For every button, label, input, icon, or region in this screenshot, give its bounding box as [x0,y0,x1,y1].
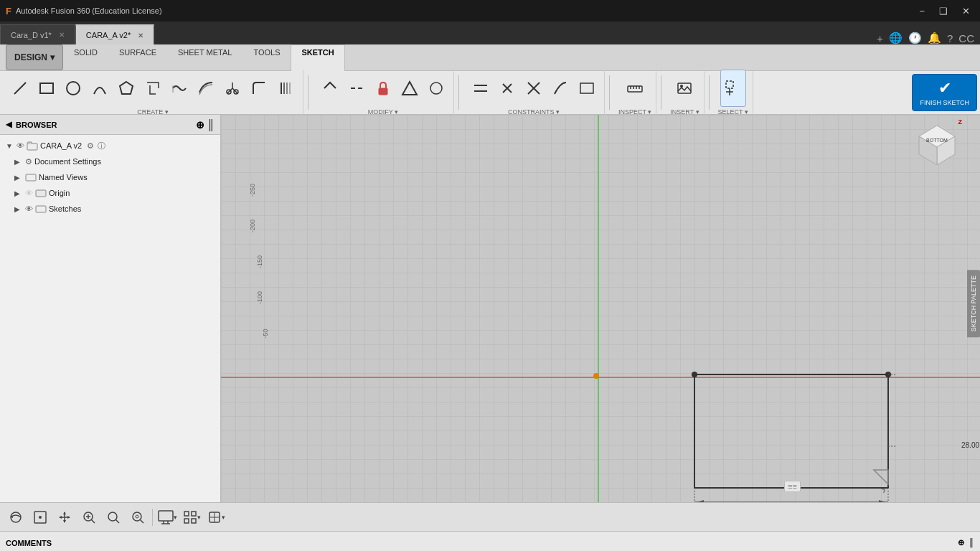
tree-item-root[interactable]: ▼ 👁 CARA_A v2 ⚙ ⓘ [0,138,220,154]
circle-icon [65,80,82,97]
tab-globe-icon[interactable]: 🌐 [889,32,903,44]
line-tool[interactable] [7,70,33,107]
viewcube-settings-tool[interactable]: ▾ [206,507,226,527]
finish-sketch-label: FINISH SKETCH [920,99,969,106]
tab-solid[interactable]: SOLID [63,44,108,71]
tab-tools[interactable]: TOOLS [242,44,291,71]
mirror-tool[interactable] [273,70,298,107]
parallel-tool[interactable] [468,70,494,107]
view-cube-svg: BOTTOM [915,122,958,165]
insert-image-icon [676,80,693,97]
fillet-tool[interactable] [246,70,272,107]
look-at-tool[interactable] [30,507,50,527]
z-axis-label: Z [958,118,963,126]
view-cube[interactable]: BOTTOM Z [915,122,958,165]
spline-tool[interactable] [166,70,192,107]
polygon-tool[interactable] [113,70,139,107]
insert-image-tool[interactable] [672,70,697,107]
tab-bell-icon[interactable]: 🔔 [928,32,941,44]
svg-marker-3 [120,82,133,94]
tree-item-origin[interactable]: ▶ 👁 Origin [0,185,220,201]
restore-btn[interactable]: ❑ [935,4,952,18]
pan-tool[interactable] [55,507,75,527]
visibility-icon-sketches[interactable]: 👁 [25,204,33,213]
origin-icon [35,187,47,199]
tree-label-doc-settings: Document Settings [34,157,101,166]
comments-collapse-icon[interactable]: ║ [969,538,974,547]
browser-add-icon[interactable]: ⊕ [196,119,204,131]
select-tool[interactable] [720,70,746,107]
svg-point-32 [680,85,683,88]
design-dropdown[interactable]: DESIGN ▾ [6,44,63,70]
svg-line-8 [232,88,237,93]
tab-cara-a[interactable]: CARA_A v2* ✕ [75,24,154,44]
tree-settings-icon[interactable]: ⚙ [87,141,94,151]
offset-tool[interactable] [193,70,219,107]
tab-close-icon[interactable]: ✕ [138,32,143,39]
tab-surface[interactable]: SURFACE [108,44,167,71]
tangent-tool[interactable] [547,70,573,107]
visibility-icon-doc[interactable]: ⚙ [25,157,32,166]
circle-tool[interactable] [60,70,86,107]
perpendicular-icon [499,80,516,97]
offset-icon [197,80,215,97]
zoom-window-icon [131,510,145,524]
perpendicular-tool[interactable] [494,70,520,107]
tab-label: Cara_D v1* [11,31,52,39]
finish-sketch-check-icon: ✔ [938,79,951,98]
finish-sketch-btn[interactable]: ✔ FINISH SKETCH [912,74,977,111]
tab-help-icon[interactable]: ? [947,32,953,44]
sketch-drawing [594,330,895,502]
visibility-icon-origin[interactable]: 👁 [25,189,33,197]
browser-collapse-icon[interactable]: ║ [207,119,215,131]
tab-sketch[interactable]: SKETCH [291,44,344,71]
grid-settings-tool[interactable]: ▾ [182,507,202,527]
titlebar: F Autodesk Fusion 360 (Education License… [0,0,980,22]
tree-item-doc-settings[interactable]: ▶ ⚙ Document Settings [0,154,220,169]
measure-tool[interactable] [622,70,648,107]
fit-tool[interactable] [103,507,123,527]
arc-tool[interactable] [87,70,113,107]
tree-arrow-doc: ▶ [14,158,23,166]
construction-line-tool[interactable] [423,70,449,107]
triangle-tool[interactable] [397,70,423,107]
sep5 [709,75,710,110]
zoom-window-tool[interactable] [128,507,148,527]
trim-tool[interactable] [220,70,245,107]
extend-tool[interactable] [317,70,343,107]
close-btn[interactable]: ✕ [958,4,974,18]
equal-tool[interactable] [574,70,600,107]
coincident-tool[interactable] [521,70,547,107]
svg-rect-77 [159,511,173,521]
sketch-palette-btn[interactable]: SKETCH PALETTE [967,270,980,337]
orbit-icon [9,510,23,524]
comments-add-icon[interactable]: ⊕ [958,538,964,547]
tab-sheet-metal[interactable]: SHEET METAL [167,44,242,71]
tab-clock-icon[interactable]: 🕐 [908,32,922,44]
tree-info-icon[interactable]: ⓘ [98,141,105,151]
tree-item-named-views[interactable]: ▶ Named Views [0,169,220,185]
zoom-in-tool[interactable] [79,507,99,527]
svg-rect-37 [26,174,36,181]
lock-tool[interactable] [370,70,396,107]
break-tool[interactable] [344,70,369,107]
browser-arrow-icon[interactable]: ◀ [6,120,11,129]
orbit-tool[interactable] [6,507,26,527]
comments-bar: COMMENTS ⊕ ║ [0,531,980,551]
visibility-icon-root[interactable]: 👁 [17,141,24,150]
new-tab-btn[interactable]: + [877,32,883,44]
main-toolbar: CREATE ▾ [0,71,980,114]
look-at-icon [33,510,47,524]
canvas-area[interactable]: -50 -100 -150 -200 -250 [221,115,980,502]
tab-cara-d[interactable]: Cara_D v1* ✕ [0,24,75,44]
rectangle-tool[interactable] [34,70,60,107]
app-title: Autodesk Fusion 360 (Education License) [16,6,162,15]
svg-rect-39 [36,206,46,212]
tree-label-named-views: Named Views [39,173,88,182]
tab-account-icon[interactable]: CC [958,32,974,44]
display-settings-tool[interactable]: ▾ [157,507,177,527]
minimize-btn[interactable]: − [915,4,929,18]
tree-item-sketches[interactable]: ▶ 👁 Sketches [0,201,220,217]
project-tool[interactable] [140,70,166,107]
tab-close-icon[interactable]: ✕ [59,31,65,39]
